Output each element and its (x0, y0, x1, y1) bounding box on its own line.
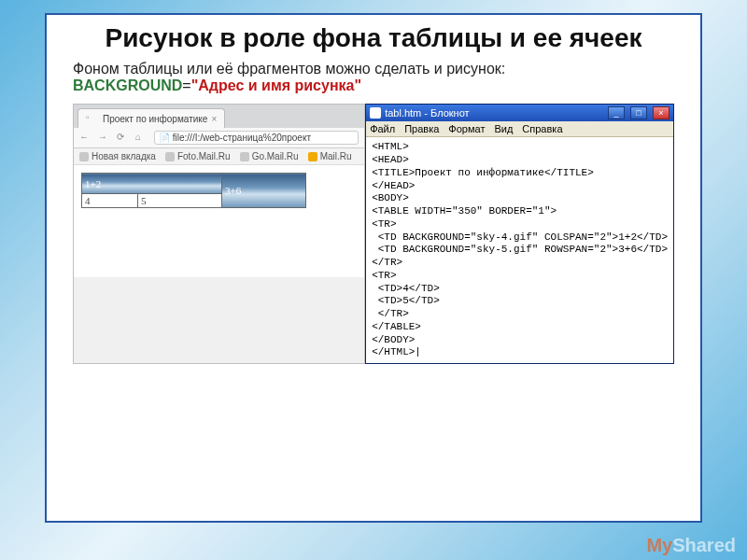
bookmark-icon (79, 152, 89, 161)
bookmark-icon (165, 152, 175, 161)
keyword-background: BACKGROUND (73, 77, 182, 93)
address-input[interactable]: 📄 file:///I:/web-страница%20проект (154, 131, 359, 145)
notepad-title-bar[interactable]: tabl.htm - Блокнот _ □ × (366, 105, 673, 121)
notepad-text-area[interactable]: <HTML> <HEAD> <TITLE>Проект по информати… (366, 137, 673, 363)
slide-content: Рисунок в роле фона таблицы и ее ячеек Ф… (47, 15, 700, 371)
watermark-my: My (646, 535, 672, 555)
bookmark-label: Go.Mail.Ru (252, 151, 299, 161)
notepad-menu-bar: Файл Правка Формат Вид Справка (366, 121, 673, 137)
maximize-button[interactable]: □ (630, 106, 647, 119)
bookmark-icon (308, 152, 317, 161)
menu-view[interactable]: Вид (494, 123, 513, 134)
watermark: MyShared (646, 535, 736, 556)
notepad-window: tabl.htm - Блокнот _ □ × Файл Правка Фор… (365, 104, 674, 364)
tab-title: Проект по информатике (103, 114, 207, 124)
bookmarks-bar: Новая вкладка Foto.Mail.Ru Go.Mail.Ru Ma… (74, 148, 364, 165)
keyword-value: "Адрес и имя рисунка" (191, 77, 361, 93)
menu-help[interactable]: Справка (522, 123, 562, 134)
slide-description: Фоном таблицы или её фрагментов можно сд… (73, 61, 674, 94)
bookmark-icon (240, 152, 249, 161)
browser-window: ▫ Проект по информатике × ← → ⟳ ⌂ 📄 file… (73, 104, 365, 364)
embedded-windows: ▫ Проект по информатике × ← → ⟳ ⌂ 📄 file… (73, 104, 674, 364)
nav-home-icon[interactable]: ⌂ (135, 132, 148, 145)
slide-title: Рисунок в роле фона таблицы и ее ячеек (73, 24, 674, 51)
table-cell: 3+6 (222, 174, 306, 208)
browser-viewport: 1+2 3+6 4 5 (74, 165, 364, 277)
bookmark-item[interactable]: Foto.Mail.Ru (165, 151, 231, 161)
file-icon: 📄 (159, 133, 170, 143)
page-icon: ▫ (86, 112, 99, 125)
menu-format[interactable]: Формат (448, 123, 485, 134)
notepad-title: tabl.htm - Блокнот (385, 107, 602, 119)
nav-back-icon[interactable]: ← (79, 132, 92, 145)
close-button[interactable]: × (653, 106, 669, 119)
bookmark-label: Новая вкладка (92, 151, 156, 161)
browser-tab-bar: ▫ Проект по информатике × (74, 105, 364, 128)
nav-forward-icon[interactable]: → (98, 132, 111, 145)
equals: = (182, 77, 190, 93)
menu-edit[interactable]: Правка (404, 123, 439, 134)
desc-text: Фоном таблицы или её фрагментов можно сд… (73, 61, 505, 77)
bookmark-item[interactable]: Mail.Ru (308, 151, 352, 161)
bookmark-item[interactable]: Новая вкладка (79, 151, 156, 161)
browser-tab[interactable]: ▫ Проект по информатике × (78, 108, 225, 128)
example-table: 1+2 3+6 4 5 (81, 173, 306, 208)
table-cell: 4 (82, 194, 138, 208)
slide-frame: Рисунок в роле фона таблицы и ее ячеек Ф… (45, 13, 702, 523)
bookmark-label: Mail.Ru (320, 151, 352, 161)
table-cell: 5 (138, 194, 222, 208)
url-text: file:///I:/web-страница%20проект (173, 133, 311, 143)
table-cell: 1+2 (82, 174, 222, 194)
nav-reload-icon[interactable]: ⟳ (117, 132, 130, 145)
browser-address-bar: ← → ⟳ ⌂ 📄 file:///I:/web-страница%20прое… (74, 128, 364, 148)
bookmark-label: Foto.Mail.Ru (177, 151, 231, 161)
menu-file[interactable]: Файл (370, 123, 395, 134)
minimize-button[interactable]: _ (608, 106, 625, 119)
notepad-icon (370, 107, 381, 119)
tab-close-icon[interactable]: × (211, 114, 217, 124)
bookmark-item[interactable]: Go.Mail.Ru (240, 151, 299, 161)
watermark-shared: Shared (672, 535, 736, 555)
